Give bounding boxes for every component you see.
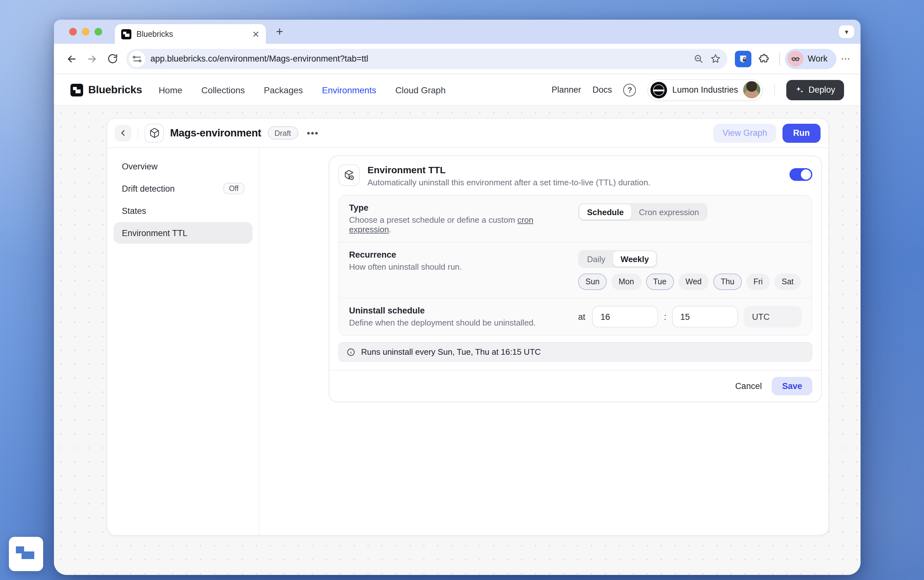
url-text[interactable]: app.bluebricks.co/environment/Mags-envir… [150,54,687,63]
day-pill-wed[interactable]: Wed [678,274,709,290]
minimize-window-button[interactable] [82,28,89,36]
site-settings-icon[interactable] [129,51,145,67]
deploy-button[interactable]: Deploy [786,80,844,100]
weekday-picker: Sun Mon Tue Wed Thu Fri Sat [578,274,802,290]
docs-button[interactable]: Docs [593,85,612,94]
drift-off-badge: Off [223,183,244,194]
timezone-select[interactable]: UTC [744,306,802,328]
back-button[interactable] [115,125,131,141]
ttl-toggle[interactable] [789,168,812,181]
recurrence-label: Recurrence [349,250,565,260]
deploy-label: Deploy [809,85,835,94]
day-pill-sun[interactable]: Sun [578,274,607,290]
minute-input[interactable] [672,306,738,328]
view-graph-button[interactable]: View Graph [714,124,776,142]
at-label: at [578,312,585,321]
nav-item-cloud-graph[interactable]: Cloud Graph [395,85,446,95]
bluebricks-desktop-watermark-icon [9,537,43,571]
toolbar-separator [779,52,780,65]
type-option-schedule[interactable]: Schedule [580,204,631,219]
environment-body: Overview Drift detection Off States Envi… [107,148,828,535]
toggle-knob [801,170,811,180]
day-pill-fri[interactable]: Fri [746,274,770,290]
org-switcher[interactable]: Lumon Industries [647,79,763,101]
hour-input[interactable] [593,306,659,328]
extensions-puzzle-icon[interactable] [754,49,774,69]
header-separator [774,84,775,96]
environment-sidebar: Overview Drift detection Off States Envi… [107,148,260,535]
type-desc-suffix: . [389,225,391,234]
new-tab-button[interactable]: + [276,25,283,39]
recurrence-label-group: Recurrence How often uninstall should ru… [349,250,578,290]
tab-search-chevron-icon[interactable]: ▾ [839,25,854,38]
ttl-card-header: Environment TTL Automatically uninstall … [329,156,821,195]
recurrence-option-weekly[interactable]: Weekly [613,251,657,267]
sidebar-item-drift-detection[interactable]: Drift detection Off [114,178,253,199]
type-control: Schedule Cron expression [578,203,802,234]
bluebricks-logo[interactable]: Bluebricks [71,84,142,96]
title-separator [138,128,138,138]
day-pill-sat[interactable]: Sat [774,274,801,290]
sidebar-item-environment-ttl[interactable]: Environment TTL [114,222,253,244]
type-desc-prefix: Choose a preset schedule or define a cus… [349,215,517,225]
type-option-cron-expression[interactable]: Cron expression [631,204,707,219]
window-controls [69,28,102,36]
sidebar-item-label: Environment TTL [122,228,188,238]
sparkle-icon [795,85,804,94]
environment-cube-icon [145,124,164,142]
ttl-card-footer: Cancel Save [329,370,821,402]
user-avatar[interactable] [743,81,760,98]
fullscreen-window-button[interactable] [95,28,102,36]
cancel-button[interactable]: Cancel [735,381,762,391]
bookmark-star-icon[interactable] [710,53,721,64]
zoom-out-icon[interactable] [693,54,703,64]
desktop: Bluebricks ✕ + ▾ app.bluebricks.co/envir… [0,0,924,580]
tab-title: Bluebricks [137,30,247,38]
forward-icon[interactable] [82,49,102,69]
sidebar-item-overview[interactable]: Overview [114,155,253,177]
app-header: Bluebricks Home Collections Packages Env… [54,74,861,106]
schedule-summary-text: Runs uninstall every Sun, Tue, Thu at 16… [361,347,541,357]
browser-window: Bluebricks ✕ + ▾ app.bluebricks.co/envir… [54,20,861,575]
ttl-settings-rows: Type Choose a preset schedule or define … [338,195,812,336]
ttl-header-text: Environment TTL Automatically uninstall … [367,164,651,187]
more-actions-icon[interactable]: ••• [304,128,321,138]
profile-chip[interactable]: Work [785,49,837,69]
recurrence-option-daily[interactable]: Daily [580,251,613,267]
schedule-control: at : UTC [578,306,802,328]
type-row: Type Choose a preset schedule or define … [339,196,812,242]
day-pill-mon[interactable]: Mon [611,274,642,290]
environment-content: Environment TTL Automatically uninstall … [260,148,828,535]
planner-button[interactable]: Planner [552,85,581,94]
lumon-logo-icon [651,82,667,98]
back-icon[interactable] [61,49,82,69]
nav-item-collections[interactable]: Collections [201,85,245,95]
brand-name: Bluebricks [88,84,142,96]
profile-avatar [787,51,803,67]
title-actions: View Graph Run [714,124,820,142]
info-icon [346,348,356,356]
sidebar-item-states[interactable]: States [114,200,253,221]
org-name: Lumon Industries [672,85,738,94]
nav-item-home[interactable]: Home [159,85,183,95]
tab-close-icon[interactable]: ✕ [252,30,260,38]
address-bar[interactable]: app.bluebricks.co/environment/Mags-envir… [126,49,727,69]
primary-nav: Home Collections Packages Environments C… [159,85,446,95]
password-manager-extension-icon[interactable] [735,51,751,67]
help-icon[interactable]: ? [624,84,636,96]
day-pill-thu[interactable]: Thu [713,274,741,290]
browser-tab[interactable]: Bluebricks ✕ [115,24,266,44]
close-window-button[interactable] [69,28,77,36]
save-button[interactable]: Save [772,377,812,395]
bluebricks-logo-icon [71,84,83,96]
environment-ttl-card: Environment TTL Automatically uninstall … [329,155,822,402]
uninstall-schedule-row: Uninstall schedule Define when the deplo… [339,298,812,335]
reload-icon[interactable] [102,49,122,69]
browser-menu-icon[interactable]: ⋮ [842,54,850,63]
run-button[interactable]: Run [782,124,821,142]
nav-item-packages[interactable]: Packages [264,85,303,95]
schedule-label-group: Uninstall schedule Define when the deplo… [349,306,578,328]
schedule-summary-banner: Runs uninstall every Sun, Tue, Thu at 16… [338,342,812,362]
nav-item-environments[interactable]: Environments [322,85,376,95]
day-pill-tue[interactable]: Tue [646,274,674,290]
